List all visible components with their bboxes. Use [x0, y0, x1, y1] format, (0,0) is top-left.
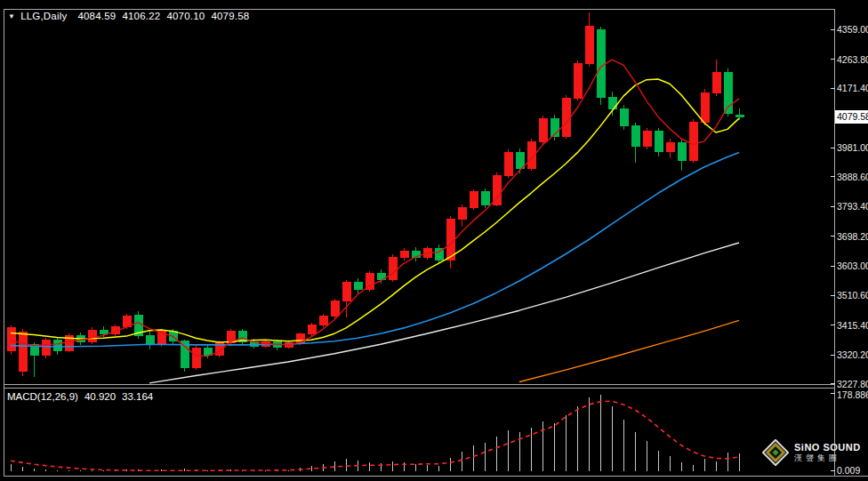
- price-axis-label: 3227.80: [837, 379, 868, 389]
- macd-signal-value: 33.164: [122, 391, 153, 402]
- open-value: 4084.59: [77, 11, 116, 21]
- candle-body: [354, 282, 362, 289]
- candle-body: [319, 316, 327, 325]
- high-value: 4106.22: [122, 11, 160, 21]
- logo-brand-text: SiNO SOUND: [794, 443, 861, 453]
- candle-body: [7, 328, 15, 351]
- logo-brand-chinese-text: 漢聲集團: [794, 454, 861, 462]
- chart-title-bar: ▼LLG,Daily4084.594106.224070.104079.58: [8, 11, 255, 21]
- candle-body: [712, 72, 720, 93]
- candle-body: [735, 116, 743, 117]
- candle-body: [123, 317, 131, 327]
- ma-slowest-orange: [519, 320, 739, 381]
- candle-body: [88, 330, 96, 341]
- candle-body: [481, 192, 489, 204]
- low-value: 4070.10: [166, 11, 205, 21]
- macd-axis-max-label: 178.886: [837, 389, 868, 400]
- price-axis-label: 3510.60: [837, 290, 868, 301]
- candle-body: [458, 208, 466, 220]
- candle-body: [666, 142, 674, 152]
- ma-slower-white: [149, 243, 739, 383]
- price-axis-label: 4171.40: [837, 83, 868, 93]
- candle-body: [539, 118, 547, 141]
- sino-sound-logo: SiNO SOUND 漢聲集團: [762, 439, 861, 466]
- ma-fast-red: [11, 60, 739, 356]
- candle-body: [331, 301, 339, 317]
- candle-body: [389, 258, 397, 280]
- candle-body: [597, 29, 605, 97]
- macd-indicator-label: MACD(12,26,9)40.92033.164: [7, 391, 153, 402]
- close-value: 4079.58: [211, 11, 249, 21]
- candle-body: [585, 27, 593, 64]
- candle-body: [678, 142, 686, 160]
- price-axis-label: 3320.20: [837, 349, 868, 360]
- candle-body: [42, 341, 50, 356]
- candle-body: [308, 325, 316, 334]
- current-price-tag: 4079.58: [835, 110, 868, 124]
- macd-axis-min-label: 0.009: [837, 465, 868, 476]
- chart-window: ▼LLG,Daily4084.594106.224070.104079.58 M…: [0, 0, 868, 481]
- price-axis-label: 4263.80: [837, 54, 868, 65]
- symbol-timeframe-label: LLG,Daily: [20, 11, 67, 21]
- candle-body: [562, 98, 570, 136]
- candle-body: [192, 348, 200, 367]
- candle-body: [53, 341, 61, 350]
- price-axis-label: 3793.40: [837, 201, 868, 212]
- price-axis-label: 3698.20: [837, 231, 868, 242]
- candlestick-chart-canvas[interactable]: [0, 0, 868, 481]
- candle-body: [446, 220, 454, 261]
- candle-body: [655, 132, 663, 152]
- candle-body: [470, 192, 478, 208]
- price-axis-label: 3603.00: [837, 261, 868, 271]
- candle-body: [516, 153, 524, 169]
- candle-body: [100, 330, 108, 333]
- price-axis-label: 3981.00: [837, 142, 868, 153]
- candle-body: [631, 125, 639, 146]
- ma-medium-yellow: [11, 79, 739, 342]
- macd-main-value: 40.920: [84, 391, 116, 402]
- candle-body: [19, 332, 27, 371]
- candle-body: [643, 132, 651, 147]
- candle-body: [551, 118, 559, 136]
- macd-signal-line: [11, 401, 739, 470]
- candle-body: [574, 63, 582, 98]
- candle-body: [689, 123, 697, 161]
- candle-body: [701, 93, 709, 123]
- sino-sound-logo-icon: [762, 439, 789, 466]
- macd-params-label: MACD(12,26,9): [7, 391, 78, 402]
- candle-body: [146, 335, 154, 345]
- candle-body: [400, 251, 408, 258]
- candle-body: [620, 109, 628, 125]
- ma-slow-blue: [11, 153, 739, 348]
- candle-body: [493, 176, 501, 204]
- symbol-dropdown-icon[interactable]: ▼: [8, 12, 15, 20]
- candle-body: [504, 153, 512, 176]
- price-axis-label: 3888.60: [837, 172, 868, 182]
- candle-body: [342, 282, 350, 301]
- price-axis-label: 4359.00: [837, 24, 868, 35]
- price-axis-label: 3415.40: [837, 320, 868, 331]
